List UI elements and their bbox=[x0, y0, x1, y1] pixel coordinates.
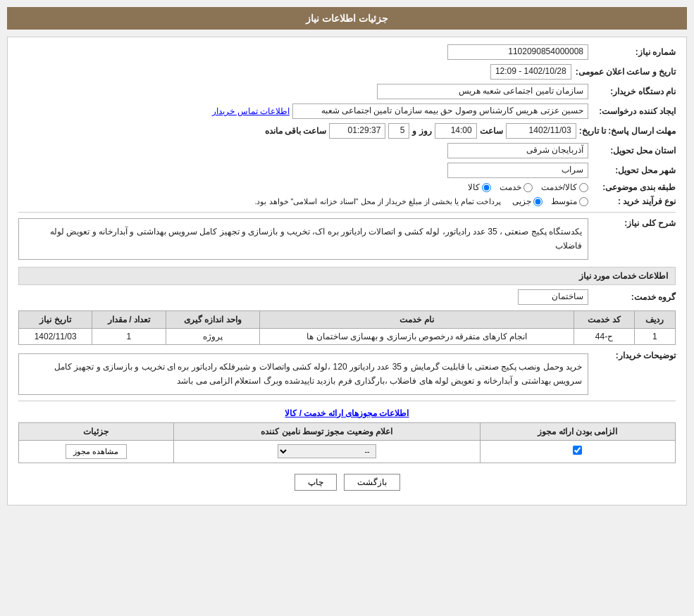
col-service-code: کد خدمت bbox=[574, 310, 635, 328]
contact-link[interactable]: اطلاعات تماس خریدار bbox=[212, 106, 290, 116]
col-required: الزامی بودن ارائه مجوز bbox=[480, 422, 675, 440]
table-cell-unit: پروژه bbox=[166, 328, 260, 344]
category-goods-option[interactable]: کالا bbox=[468, 182, 491, 192]
buyer-notes-label: توضیحات خریدار: bbox=[591, 351, 676, 360]
col-details: جزئیات bbox=[19, 422, 174, 440]
col-row-num: ردیف bbox=[634, 310, 675, 328]
category-service-option[interactable]: خدمت bbox=[500, 182, 533, 192]
table-cell-service_code: ح-44 bbox=[574, 328, 635, 344]
table-cell-row_num: 1 bbox=[634, 328, 675, 344]
license-status-cell: -- bbox=[173, 440, 480, 463]
city-value: سراب bbox=[447, 163, 588, 178]
col-quantity: تعداد / مقدار bbox=[92, 310, 166, 328]
announce-label: تاریخ و ساعت اعلان عمومی: bbox=[576, 67, 676, 77]
col-need-date: تاریخ نیاز bbox=[19, 310, 92, 328]
creator-value: حسین عزتی هریس کارشناس وصول حق بیمه سازم… bbox=[292, 103, 588, 119]
category-radio-group: کالا/خدمت خدمت کالا bbox=[468, 182, 588, 192]
buyer-org-value: سازمان تامین اجتماعی شعبه هریس bbox=[377, 84, 588, 99]
process-note: پرداخت تمام یا بخشی از مبلغ خریدار از مح… bbox=[254, 197, 501, 206]
need-number-label: شماره نیاز: bbox=[591, 47, 676, 57]
table-cell-service_name: انجام کارهای متفرقه درخصوص بازسازی و بهس… bbox=[260, 328, 574, 344]
process-radio-group: متوسط جزیی bbox=[512, 196, 588, 206]
services-table: ردیف کد خدمت نام خدمت واحد اندازه گیری ت… bbox=[18, 310, 676, 345]
list-item: --مشاهده مجوز bbox=[19, 440, 676, 463]
license-details-cell: مشاهده مجوز bbox=[19, 440, 174, 463]
page-title: جزئیات اطلاعات نیاز bbox=[306, 13, 388, 24]
city-label: شهر محل تحویل: bbox=[591, 165, 676, 175]
service-group-value: ساختمان bbox=[518, 289, 588, 305]
need-number-value: 1102090854000008 bbox=[447, 44, 588, 60]
deadline-remaining-label: ساعت باقی مانده bbox=[265, 126, 327, 136]
category-label: طبقه بندی موضوعی: bbox=[591, 182, 676, 192]
province-label: استان محل تحویل: bbox=[591, 146, 676, 156]
licenses-link[interactable]: اطلاعات مجوزهای ارائه خدمت / کالا bbox=[18, 408, 676, 418]
deadline-time-label: ساعت bbox=[480, 126, 503, 136]
process-label: نوع فرآیند خرید : bbox=[591, 196, 676, 206]
licenses-table: الزامی بودن ارائه مجوز اعلام وضعیت مجوز … bbox=[18, 422, 676, 463]
license-required-checkbox[interactable] bbox=[573, 446, 582, 455]
process-medium-option[interactable]: متوسط bbox=[551, 196, 588, 206]
buyer-org-label: نام دستگاه خریدار: bbox=[591, 87, 676, 96]
deadline-days: 5 bbox=[388, 123, 409, 139]
view-license-button[interactable]: مشاهده مجوز bbox=[66, 444, 126, 459]
back-button[interactable]: بازگشت bbox=[344, 474, 400, 491]
col-service-name: نام خدمت bbox=[260, 310, 574, 328]
province-value: آذربایجان شرقی bbox=[447, 143, 588, 158]
license-required-cell bbox=[480, 440, 675, 463]
table-cell-quantity: 1 bbox=[92, 328, 166, 344]
creator-label: ایجاد کننده درخواست: bbox=[591, 106, 676, 116]
category-goods-service-option[interactable]: کالا/خدمت bbox=[541, 182, 588, 192]
table-row: 1ح-44انجام کارهای متفرقه درخصوص بازسازی … bbox=[19, 328, 676, 344]
print-button[interactable]: چاپ bbox=[295, 474, 337, 491]
table-cell-need_date: 1402/11/03 bbox=[19, 328, 92, 344]
col-status: اعلام وضعیت مجوز توسط نامین کننده bbox=[173, 422, 480, 440]
description-title: شرح کلی نیاز: bbox=[591, 218, 676, 228]
deadline-days-label: روز و bbox=[412, 126, 431, 136]
deadline-remaining: 01:29:37 bbox=[329, 123, 385, 139]
deadline-time: 14:00 bbox=[435, 123, 477, 139]
services-section-title: اطلاعات خدمات مورد نیاز bbox=[18, 267, 676, 285]
deadline-label: مهلت ارسال پاسخ: تا تاریخ: bbox=[579, 126, 676, 136]
footer-buttons: بازگشت چاپ bbox=[18, 474, 676, 491]
buyer-notes-value: خرید وحمل ونصب پکیج صنعتی با قابلیت گرما… bbox=[18, 353, 588, 395]
col-unit: واحد اندازه گیری bbox=[166, 310, 260, 328]
license-status-select[interactable]: -- bbox=[278, 444, 376, 458]
process-partial-option[interactable]: جزیی bbox=[512, 196, 543, 206]
description-value: یکدستگاه پکیج صنعتی ، 35 عدد رادیاتور، ل… bbox=[18, 218, 588, 260]
page-header: جزئیات اطلاعات نیاز bbox=[7, 7, 687, 30]
deadline-date: 1402/11/03 bbox=[506, 123, 576, 139]
service-group-label: گروه خدمت: bbox=[591, 292, 676, 302]
announce-value: 1402/10/28 - 12:09 bbox=[490, 64, 571, 80]
